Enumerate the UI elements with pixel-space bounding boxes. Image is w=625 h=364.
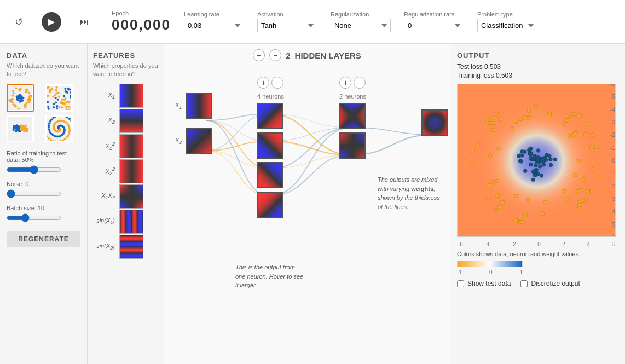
feature-x2-thumb[interactable] xyxy=(119,109,143,133)
feature-x2sq-label: X22 xyxy=(93,166,115,176)
add-layer-button[interactable]: + xyxy=(253,49,265,61)
feature-x2sq-thumb[interactable] xyxy=(119,159,143,183)
output-panel: OUTPUT Test loss 0.503 Training loss 0.5… xyxy=(450,44,625,364)
x-axis-0: 0 xyxy=(537,241,541,247)
feature-sinx2-thumb[interactable] xyxy=(119,235,143,259)
main-area: DATA Which dataset do you want to use? R… xyxy=(0,44,625,364)
feature-sinx1-thumb[interactable] xyxy=(119,210,143,234)
epoch-block: Epoch 000,000 xyxy=(112,10,171,33)
layer2-add-neuron[interactable]: + xyxy=(339,77,351,89)
features-panel: FEATURES Which properties do you want to… xyxy=(88,44,164,364)
layer2-count: 2 neurons xyxy=(339,93,366,100)
layer2-remove-neuron[interactable]: − xyxy=(354,77,366,89)
show-test-label: Show test data xyxy=(467,280,511,287)
network-header: + − 2 HIDDEN LAYERS xyxy=(170,49,444,61)
layer1-neuron1[interactable] xyxy=(257,103,283,129)
output-title: OUTPUT xyxy=(457,51,618,60)
input-x1-node[interactable] xyxy=(186,93,212,119)
dataset-spiral[interactable] xyxy=(45,115,73,142)
output-canvas xyxy=(458,84,616,237)
reg-rate-block: Regularization rate 00.0010.010.1 xyxy=(404,11,464,32)
feature-sinx1: sin(X1) xyxy=(93,210,158,233)
layer2-neuron2[interactable] xyxy=(339,132,366,159)
discretize-checkbox[interactable] xyxy=(520,280,528,287)
layer1-neuron3[interactable] xyxy=(257,162,283,188)
ratio-slider-row xyxy=(7,165,80,174)
remove-layer-button[interactable]: − xyxy=(269,49,281,61)
feature-x1sq-label: X12 xyxy=(93,141,115,151)
batch-slider-row xyxy=(7,213,80,222)
input-x2-row: X2 xyxy=(175,128,212,154)
network-panel: + − 2 HIDDEN LAYERS X1 X2 xyxy=(164,44,450,364)
feature-x2sq: X22 xyxy=(93,160,158,183)
feature-x2: X2 xyxy=(93,109,158,132)
layer1-col: + − 4 neurons xyxy=(257,77,284,218)
x-axis-neg4: -4 xyxy=(484,241,489,247)
learning-rate-select[interactable]: 0.030.010.1 xyxy=(184,19,244,32)
feature-x1-label: X1 xyxy=(93,91,115,100)
input-x1-label: X1 xyxy=(175,102,182,110)
feature-sinx1-label: sin(X1) xyxy=(93,217,115,226)
epoch-value: 000,000 xyxy=(112,16,171,33)
ratio-slider[interactable] xyxy=(7,165,61,174)
noise-slider[interactable] xyxy=(7,189,61,198)
learning-rate-label: Learning rate xyxy=(184,11,244,18)
color-max: 1 xyxy=(519,269,523,275)
layer1-remove-neuron[interactable]: − xyxy=(271,77,283,89)
color-gradient-bar xyxy=(457,261,523,267)
feature-sinx2-label: sin(X2) xyxy=(93,242,115,251)
output-col xyxy=(421,109,448,136)
x-axis-labels: -6 -4 -2 0 2 4 6 xyxy=(457,241,616,247)
input-x2-node[interactable] xyxy=(186,128,212,154)
feature-x1-thumb[interactable] xyxy=(119,84,143,108)
feature-x1: X1 xyxy=(93,84,158,107)
layer2-neuron1[interactable] xyxy=(339,103,366,129)
input-x1-row: X1 xyxy=(175,93,212,119)
annotation-neuron: This is the output from one neuron. Hove… xyxy=(235,263,306,290)
dataset-gauss[interactable] xyxy=(7,115,34,142)
network-area: X1 X2 + − 4 neurons xyxy=(170,66,444,353)
layer2-controls: + − xyxy=(339,77,366,89)
layer2-col: + − 2 neurons xyxy=(339,77,366,159)
problem-type-block: Problem type ClassificationRegression xyxy=(477,11,537,32)
learning-rate-block: Learning rate 0.030.010.1 xyxy=(184,11,244,32)
activation-select[interactable]: TanhReLUSigmoidLinear xyxy=(257,19,317,32)
batch-slider[interactable] xyxy=(7,213,61,222)
feature-list: X1 X2 X12 X22 X1X2 sin(X1) xyxy=(93,84,158,258)
x-axis-6: 6 xyxy=(611,241,615,247)
feature-sinx2: sin(X2) xyxy=(93,235,158,258)
regularization-select[interactable]: NoneL1L2 xyxy=(331,19,391,32)
features-title: FEATURES xyxy=(93,51,158,60)
feature-x1x2-thumb[interactable] xyxy=(119,184,143,209)
problem-type-select[interactable]: ClassificationRegression xyxy=(477,19,537,32)
reg-rate-select[interactable]: 00.0010.010.1 xyxy=(404,19,464,32)
play-button[interactable]: ▶ xyxy=(42,12,61,32)
layer1-neuron4[interactable] xyxy=(257,192,283,218)
topbar: ↺ ▶ ⏭ Epoch 000,000 Learning rate 0.030.… xyxy=(0,0,625,44)
feature-x1sq-thumb[interactable] xyxy=(119,134,143,158)
show-test-checkbox[interactable] xyxy=(457,280,464,287)
regenerate-button[interactable]: REGENERATE xyxy=(7,231,80,247)
feature-x1sq: X12 xyxy=(93,135,158,158)
regularization-block: Regularization NoneL1L2 xyxy=(331,11,391,32)
x-axis-4: 4 xyxy=(587,241,590,247)
ratio-label: Ratio of training to test data: 50% xyxy=(7,150,80,163)
annotation-weights-text: The outputs are mixed with varying weigh… xyxy=(378,176,440,210)
annotation-weights: The outputs are mixed with varying weigh… xyxy=(378,175,444,211)
dataset-grid xyxy=(7,84,80,142)
dataset-circle[interactable] xyxy=(7,84,34,112)
test-loss: Test loss 0.503 xyxy=(457,63,618,71)
output-node[interactable] xyxy=(421,109,448,136)
color-label: Colors shows data, neuron and weight val… xyxy=(457,251,580,257)
step-button[interactable]: ⏭ xyxy=(74,12,94,32)
features-sub: Which properties do you want to feed in? xyxy=(93,62,158,79)
reset-button[interactable]: ↺ xyxy=(9,12,28,32)
feature-x2-label: X2 xyxy=(93,117,115,125)
feature-x1x2: X1X2 xyxy=(93,185,158,208)
dataset-xor[interactable] xyxy=(45,84,73,112)
noise-label: Noise: 0 xyxy=(7,181,80,187)
batch-label: Batch size: 10 xyxy=(7,205,80,211)
layer1-neuron2[interactable] xyxy=(257,132,283,159)
layer1-add-neuron[interactable]: + xyxy=(257,77,269,89)
data-title: DATA xyxy=(7,51,80,60)
